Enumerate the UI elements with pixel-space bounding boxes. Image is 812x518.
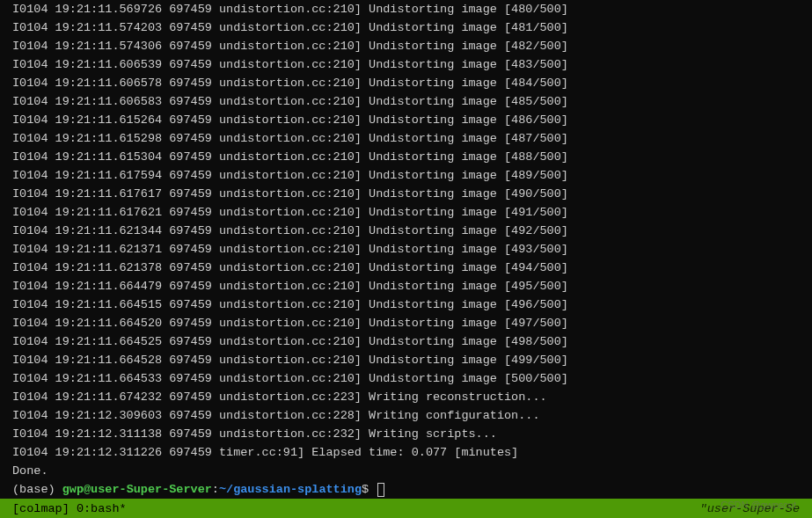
cursor-icon [377, 483, 384, 497]
log-line: I0104 19:21:11.606539 697459 undistortio… [12, 55, 800, 74]
log-line: I0104 19:21:11.617594 697459 undistortio… [12, 166, 800, 185]
log-line: I0104 19:21:11.615304 697459 undistortio… [12, 148, 800, 166]
prompt-env: (base) [12, 480, 62, 499]
done-line: Done. [12, 462, 800, 480]
log-line: I0104 19:21:12.311226 697459 timer.cc:91… [12, 443, 800, 462]
log-line: I0104 19:21:11.606578 697459 undistortio… [12, 74, 800, 92]
log-line: I0104 19:21:11.621344 697459 undistortio… [12, 222, 800, 240]
log-line: I0104 19:21:11.574203 697459 undistortio… [12, 18, 800, 37]
log-line: I0104 19:21:11.617617 697459 undistortio… [12, 185, 800, 203]
log-line: I0104 19:21:11.621371 697459 undistortio… [12, 240, 800, 259]
shell-prompt[interactable]: (base) gwp@user-Super-Server:~/gaussian-… [12, 480, 800, 499]
log-line: I0104 19:21:11.569726 697459 undistortio… [12, 0, 800, 18]
tmux-status-bar: [colmap] 0:bash* "user-Super-Se [0, 499, 812, 518]
terminal-output[interactable]: I0104 19:21:11.569726 697459 undistortio… [0, 0, 812, 499]
prompt-dollar: $ [362, 480, 376, 499]
log-line: I0104 19:21:11.574306 697459 undistortio… [12, 37, 800, 55]
log-line: I0104 19:21:11.664520 697459 undistortio… [12, 314, 800, 332]
log-line: I0104 19:21:11.606583 697459 undistortio… [12, 92, 800, 111]
prompt-path: ~/gaussian-splatting [219, 480, 362, 499]
log-line: I0104 19:21:11.664479 697459 undistortio… [12, 277, 800, 295]
tmux-session-window: [colmap] 0:bash* [12, 500, 127, 518]
log-line: I0104 19:21:11.664533 697459 undistortio… [12, 369, 800, 388]
log-line: I0104 19:21:11.621378 697459 undistortio… [12, 259, 800, 277]
log-line: I0104 19:21:11.617621 697459 undistortio… [12, 203, 800, 222]
log-line: I0104 19:21:11.615264 697459 undistortio… [12, 111, 800, 129]
log-line: I0104 19:21:11.664515 697459 undistortio… [12, 295, 800, 314]
prompt-user-host: gwp@user-Super-Server [62, 480, 212, 499]
log-line: I0104 19:21:11.674232 697459 undistortio… [12, 388, 800, 406]
log-line: I0104 19:21:11.615298 697459 undistortio… [12, 129, 800, 148]
tmux-host-label: "user-Super-Se [700, 500, 800, 518]
log-line: I0104 19:21:11.664525 697459 undistortio… [12, 332, 800, 351]
prompt-colon: : [212, 480, 219, 499]
log-line: I0104 19:21:12.309603 697459 undistortio… [12, 406, 800, 425]
log-line: I0104 19:21:11.664528 697459 undistortio… [12, 351, 800, 369]
log-line: I0104 19:21:12.311138 697459 undistortio… [12, 425, 800, 443]
